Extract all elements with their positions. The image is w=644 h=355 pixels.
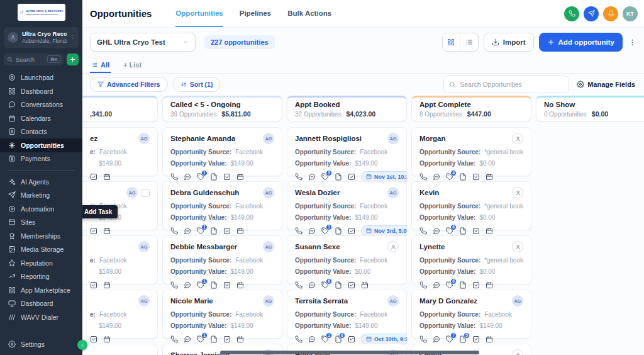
- calendar-icon[interactable]: [236, 227, 244, 235]
- call-icon[interactable]: [419, 173, 427, 181]
- checkbox-icon[interactable]: [90, 227, 97, 235]
- tag-icon[interactable]: 6: [446, 227, 453, 235]
- opportunity-card[interactable]: [82, 344, 158, 355]
- tag-icon[interactable]: 1: [197, 335, 204, 343]
- sidebar-item-automation[interactable]: Automation: [0, 202, 82, 216]
- sidebar-collapse-button[interactable]: [77, 340, 87, 350]
- opportunity-card[interactable]: Debra GuldenschuhAGOpportunity Source:Fa…: [162, 181, 282, 230]
- opportunity-card[interactable]: ezAGe:Facebook$149.00: [82, 127, 158, 176]
- call-icon[interactable]: [295, 281, 303, 289]
- tab-bulk-actions[interactable]: Bulk Actions: [287, 0, 331, 27]
- call-icon[interactable]: [419, 335, 427, 343]
- sort-button[interactable]: Sort (1): [173, 77, 221, 92]
- opportunity-card[interactable]: Jannett RospigliosiAGOpportunity Source:…: [287, 127, 407, 176]
- call-icon[interactable]: [170, 173, 178, 181]
- notes-icon[interactable]: 5: [459, 335, 467, 343]
- tag-icon[interactable]: 1: [197, 227, 204, 235]
- task-icon[interactable]: [472, 281, 480, 289]
- opportunity-card[interactable]: Debbie MessbargerAGOpportunity Source:Fa…: [162, 235, 282, 285]
- sidebar-item-media-storage[interactable]: Media Storage: [0, 243, 82, 257]
- appointment-pill[interactable]: Nov 3rd, 5:00 pm: [361, 225, 407, 236]
- opportunity-card[interactable]: AGe:Facebook$149.00Add Task: [82, 181, 158, 230]
- sidebar-search-input[interactable]: [16, 56, 44, 63]
- opportunity-card[interactable]: MorganOpportunity Source:*general bookin…: [411, 127, 531, 176]
- list-view-button[interactable]: [460, 33, 478, 51]
- tab-all[interactable]: All: [90, 61, 111, 73]
- sidebar-item-wavv-dialer[interactable]: WAVV Dialer: [0, 310, 82, 324]
- tag-icon[interactable]: 4: [446, 173, 453, 181]
- tab-pipelines[interactable]: Pipelines: [240, 0, 272, 27]
- sidebar-item-conversations[interactable]: Conversations: [0, 98, 82, 112]
- task-icon[interactable]: [472, 173, 480, 181]
- select-checkbox[interactable]: [142, 189, 150, 197]
- opportunity-card[interactable]: Nicole MarieAGOpportunity Source:Faceboo…: [162, 290, 282, 339]
- calendar-icon[interactable]: [486, 227, 493, 235]
- call-icon[interactable]: [295, 335, 303, 343]
- sms-icon[interactable]: [433, 335, 440, 343]
- sms-icon[interactable]: [184, 227, 191, 235]
- task-icon[interactable]: [223, 335, 231, 343]
- notes-icon[interactable]: [210, 227, 218, 235]
- notes-icon[interactable]: 6: [335, 335, 342, 343]
- call-icon[interactable]: [170, 335, 178, 343]
- sms-icon[interactable]: [308, 335, 316, 343]
- tab-opportunities[interactable]: Opportunities: [175, 0, 223, 27]
- appointment-pill[interactable]: Oct 30th, 9:30 am: [361, 334, 407, 344]
- calendar-icon[interactable]: [236, 173, 244, 181]
- sidebar-item-reporting[interactable]: Reporting: [0, 270, 82, 284]
- opportunity-card[interactable]: Susann SexeOpportunity Source:FacebookOp…: [287, 235, 407, 285]
- task-icon[interactable]: [472, 335, 480, 343]
- call-icon[interactable]: [419, 281, 427, 289]
- tag-icon[interactable]: 3: [321, 173, 329, 181]
- notes-icon[interactable]: [210, 281, 218, 289]
- notes-icon[interactable]: [210, 335, 218, 343]
- opportunity-card[interactable]: LynetteOpportunity Source:*general booki…: [411, 235, 531, 285]
- notes-icon[interactable]: [459, 227, 467, 235]
- task-icon[interactable]: [348, 227, 355, 235]
- calendar-icon[interactable]: [103, 227, 111, 235]
- tag-icon[interactable]: 1: [197, 173, 204, 181]
- sidebar-item-sites[interactable]: Sites: [0, 216, 82, 230]
- tag-icon[interactable]: 7: [446, 335, 453, 343]
- notes-icon[interactable]: [459, 281, 467, 289]
- notes-icon[interactable]: [210, 173, 218, 181]
- quick-actions-button[interactable]: [584, 6, 599, 21]
- sms-icon[interactable]: [433, 281, 440, 289]
- call-icon[interactable]: [295, 173, 303, 181]
- opportunity-search[interactable]: [443, 76, 569, 93]
- task-icon[interactable]: [223, 227, 231, 235]
- pipeline-select[interactable]: GHL Ultra Cryo Test: [90, 33, 196, 52]
- calendar-icon[interactable]: [103, 335, 111, 343]
- tag-icon[interactable]: 1: [197, 281, 204, 289]
- opportunity-card[interactable]: AGe:Facebook$149.00: [82, 290, 158, 339]
- call-icon[interactable]: [419, 227, 427, 235]
- call-icon[interactable]: [170, 281, 178, 289]
- sms-icon[interactable]: [308, 281, 316, 289]
- notes-icon[interactable]: [335, 281, 342, 289]
- sidebar-item-contacts[interactable]: Contacts: [0, 125, 82, 139]
- opportunity-card[interactable]: Stephanie AmandaAGOpportunity Source:Fac…: [162, 127, 282, 176]
- sms-icon[interactable]: [433, 173, 440, 181]
- sidebar-item-memberships[interactable]: Memberships: [0, 229, 82, 243]
- appointment-pill[interactable]: Nov 1st, 10:30 am: [361, 171, 407, 182]
- calendar-icon[interactable]: [486, 335, 493, 343]
- call-icon[interactable]: [295, 227, 303, 235]
- calendar-icon[interactable]: [486, 281, 493, 289]
- opportunity-card[interactable]: AGe:Facebook$149.00: [82, 235, 158, 285]
- opportunity-card[interactable]: Mary D GonzalezAGOpportunity Source:Face…: [411, 290, 531, 339]
- checkbox-icon[interactable]: [90, 335, 97, 343]
- call-icon[interactable]: [170, 227, 178, 235]
- sidebar-item-payments[interactable]: Payments: [0, 152, 82, 166]
- manage-fields-button[interactable]: Manage Fields: [577, 81, 635, 88]
- account-switcher[interactable]: Ultra Cryo Recovery Auburndale, Florida: [4, 27, 79, 48]
- import-button[interactable]: Import: [484, 33, 534, 52]
- tag-icon[interactable]: 6: [321, 281, 329, 289]
- sidebar-item-ai-agents[interactable]: AI Agents: [0, 175, 82, 189]
- checkbox-icon[interactable]: [90, 173, 97, 181]
- tag-icon[interactable]: 1: [321, 227, 329, 235]
- notes-icon[interactable]: [335, 173, 342, 181]
- sms-icon[interactable]: [184, 281, 191, 289]
- tag-icon[interactable]: 6: [446, 281, 453, 289]
- opportunity-card[interactable]: Terrsita SerrataAGOpportunity Source:Fac…: [287, 290, 407, 339]
- sidebar-item-dashboard[interactable]: Dashboard: [0, 84, 82, 98]
